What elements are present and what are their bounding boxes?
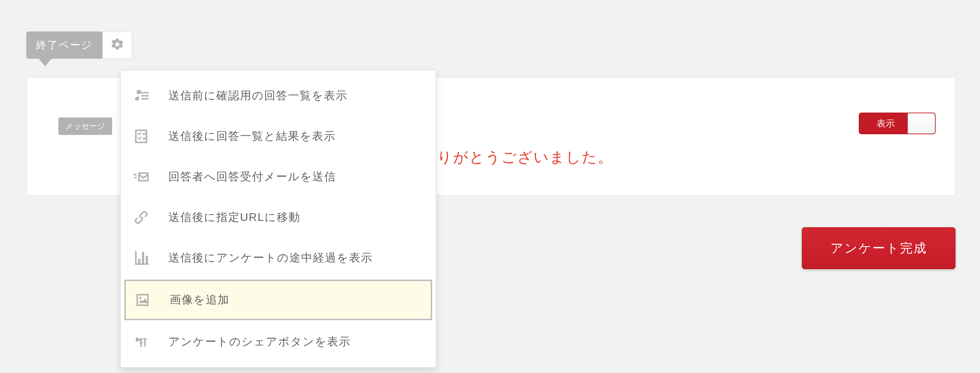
- menu-item-label: 送信後に回答一覧と結果を表示: [169, 129, 336, 144]
- display-toggle-label: 表示: [859, 113, 908, 134]
- menu-item-label: 回答者へ回答受付メールを送信: [169, 169, 336, 185]
- settings-menu: 送信前に確認用の回答一覧を表示 送信後に回答一覧と結果を表示 回答者へ回答受付メ…: [120, 70, 436, 368]
- menu-item-show-progress[interactable]: 送信後にアンケートの途中経過を表示: [121, 238, 436, 278]
- menu-item-show-results[interactable]: 送信後に回答一覧と結果を表示: [121, 116, 436, 156]
- message-chip[interactable]: メッセージ: [58, 118, 112, 135]
- menu-item-label: 画像を追加: [170, 292, 229, 308]
- mail-send-icon: [130, 166, 152, 187]
- image-icon: [132, 289, 153, 311]
- survey-complete-label: アンケート完成: [830, 240, 927, 257]
- end-page-tag[interactable]: 終了ページ: [26, 32, 102, 59]
- list-check-icon: [130, 126, 152, 147]
- end-page-tag-label: 終了ページ: [36, 38, 92, 53]
- person-list-icon: [130, 85, 152, 106]
- gear-icon: [110, 37, 124, 53]
- toggle-knob: [908, 113, 935, 134]
- survey-complete-button[interactable]: アンケート完成: [802, 227, 956, 269]
- menu-item-label: アンケートのシェアボタンを表示: [169, 334, 351, 349]
- menu-item-label: 送信後に指定URLに移動: [169, 210, 301, 225]
- link-icon: [130, 207, 152, 228]
- menu-item-label: 送信前に確認用の回答一覧を表示: [169, 88, 348, 104]
- menu-item-redirect-url[interactable]: 送信後に指定URLに移動: [121, 197, 436, 238]
- settings-gear-button[interactable]: [102, 32, 132, 59]
- display-toggle[interactable]: 表示: [859, 113, 935, 134]
- thank-you-text: りがとうございました。: [437, 148, 614, 167]
- menu-item-label: 送信後にアンケートの途中経過を表示: [169, 250, 373, 266]
- menu-item-add-image[interactable]: 画像を追加: [124, 280, 432, 320]
- menu-item-share-buttons[interactable]: アンケートのシェアボタンを表示: [121, 322, 436, 362]
- chart-icon: [130, 247, 152, 268]
- menu-item-show-confirmation[interactable]: 送信前に確認用の回答一覧を表示: [121, 75, 436, 116]
- menu-item-send-mail[interactable]: 回答者へ回答受付メールを送信: [121, 156, 436, 197]
- share-icon: [130, 332, 152, 352]
- message-chip-label: メッセージ: [65, 122, 105, 131]
